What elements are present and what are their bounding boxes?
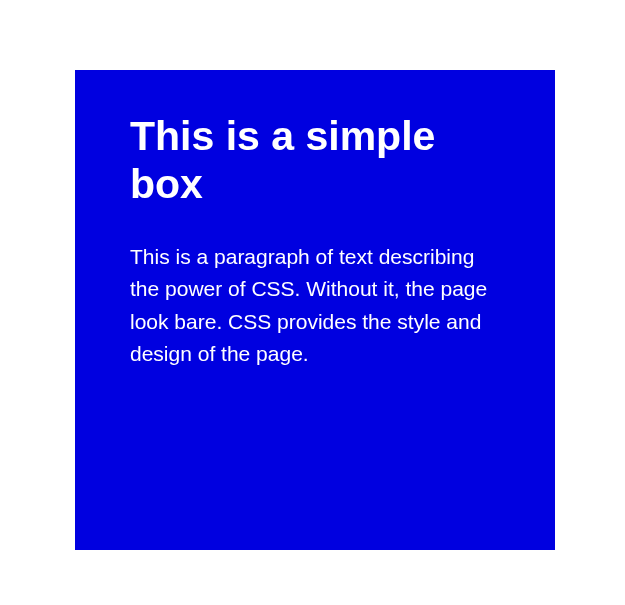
box-heading: This is a simple box: [130, 112, 500, 209]
content-box: This is a simple box This is a paragraph…: [75, 70, 555, 550]
box-paragraph: This is a paragraph of text describing t…: [130, 241, 500, 371]
